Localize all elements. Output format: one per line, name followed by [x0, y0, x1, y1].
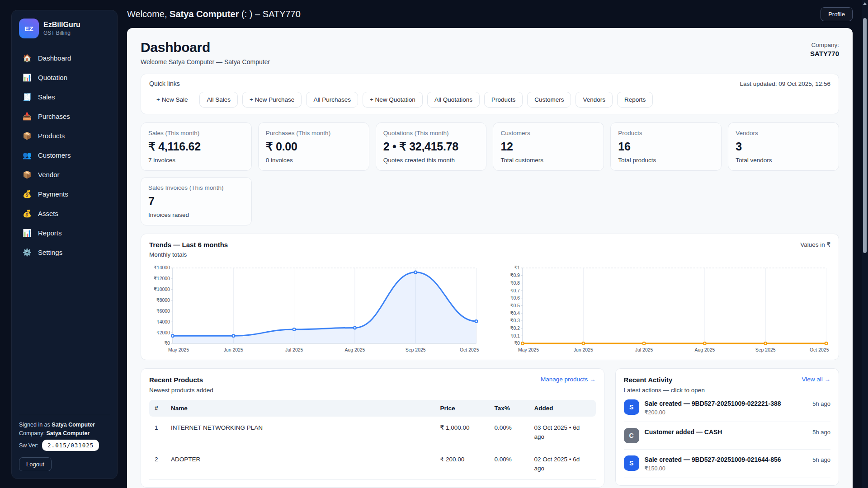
stat-sub: Quotes created this month: [383, 157, 479, 164]
activity-item[interactable]: CCustomer added — CASH5h ago: [624, 422, 830, 450]
svg-text:₹0.5: ₹0.5: [510, 303, 519, 308]
svg-text:₹0.3: ₹0.3: [510, 318, 519, 323]
stat-value: ₹ 4,116.62: [148, 140, 244, 153]
table-row[interactable]: 2ADOPTER₹ 200.000.00%02 Oct 2025 • 6d ag…: [149, 448, 596, 480]
quick-link-all-quotations[interactable]: All Quotations: [427, 92, 480, 108]
signed-in-as: Signed in as Satya Computer: [19, 422, 110, 428]
column-header-name: Name: [165, 400, 435, 417]
version-value: 2.015/031025: [42, 440, 99, 451]
sidebar-item-assets[interactable]: 💰Assets: [19, 206, 110, 221]
stat-value: 3: [736, 140, 831, 153]
quick-link-vendors[interactable]: Vendors: [576, 92, 613, 108]
activity-time: 5h ago: [812, 455, 830, 463]
activity-avatar: S: [624, 455, 639, 471]
table-row[interactable]: 1INTERNET NETWORKING PLAN₹ 1,000.000.00%…: [149, 417, 596, 448]
activity-item[interactable]: SSale created — 9BD527-20251009-021644-8…: [624, 450, 830, 478]
footer-company-label: Company:: [19, 430, 45, 436]
svg-text:₹0: ₹0: [164, 341, 170, 346]
svg-text:Sep 2025: Sep 2025: [406, 347, 426, 352]
page-subtitle: Welcome Satya Computer — Satya Computer: [141, 58, 270, 66]
stat-card-quotations-this-month-: Quotations (This month)2 • ₹ 32,415.78Qu…: [376, 122, 487, 171]
sidebar-item-vendor[interactable]: 📦Vendor: [19, 167, 110, 183]
stats-grid: Sales (This month)₹ 4,116.627 invoicesPu…: [141, 122, 839, 225]
stat-value: 7: [148, 195, 244, 208]
sidebar-item-reports[interactable]: 📊Reports: [19, 225, 110, 241]
receipt-icon: 🧾: [23, 94, 32, 101]
sidebar-item-sales[interactable]: 🧾Sales: [19, 89, 110, 105]
activity-item[interactable]: SSale created — 9BD527-20251009-022221-3…: [624, 394, 830, 422]
column-header-tax-: Tax%: [489, 400, 529, 417]
svg-text:Jul 2025: Jul 2025: [285, 347, 303, 352]
trends-card: Trends — Last 6 months Monthly totals Va…: [141, 234, 839, 360]
quick-link-reports[interactable]: Reports: [617, 92, 653, 108]
recent-activity-title: Recent Activity: [624, 376, 705, 384]
scrollbar-up-arrow-icon[interactable]: [863, 2, 867, 5]
activity-avatar: S: [624, 399, 639, 415]
sidebar-item-dashboard[interactable]: 🏠Dashboard: [19, 50, 110, 66]
sidebar-item-label: Settings: [38, 249, 62, 256]
table-cell: ₹ 1,000.00: [435, 417, 489, 448]
view-all-link[interactable]: View all →: [802, 376, 830, 383]
table-cell: 0.00%: [489, 417, 529, 448]
svg-text:Jun 2025: Jun 2025: [573, 347, 593, 352]
scrollbar-thumb[interactable]: [863, 18, 867, 253]
svg-text:₹1: ₹1: [514, 265, 520, 270]
table-cell: 02 Oct 2025 • 6d ago: [529, 448, 596, 480]
svg-text:₹0.9: ₹0.9: [510, 273, 519, 278]
stat-sub: Total products: [618, 157, 714, 164]
quick-links-label: Quick links: [149, 80, 180, 87]
activity-amount: ₹150.00: [645, 465, 807, 472]
recent-activity-subtitle: Latest actions — click to open: [624, 387, 705, 394]
quick-link-products[interactable]: Products: [484, 92, 523, 108]
stat-card-products: Products16Total products: [610, 122, 722, 171]
quick-link-all-sales[interactable]: All Sales: [199, 92, 238, 108]
sidebar-footer: Signed in as Satya Computer Company: Sat…: [19, 415, 110, 471]
sidebar-item-payments[interactable]: 💰Payments: [19, 186, 110, 202]
table-cell: 03 Oct 2025 • 6d ago: [529, 417, 596, 448]
bottom-row: Recent Products Newest products added Ma…: [141, 368, 839, 488]
sidebar-item-label: Sales: [38, 93, 55, 101]
svg-text:₹8000: ₹8000: [156, 298, 170, 303]
quick-link--new-quotation[interactable]: + New Quotation: [363, 92, 423, 108]
activity-title: Sale created — 9BD527-20251009-021644-85…: [645, 455, 807, 464]
sidebar-item-products[interactable]: 📦Products: [19, 128, 110, 144]
recent-products-card: Recent Products Newest products added Ma…: [141, 368, 604, 488]
recent-products-subtitle: Newest products added: [149, 387, 213, 394]
software-version: Sw Ver: 2.015/031025: [19, 440, 110, 451]
svg-text:₹0.2: ₹0.2: [510, 326, 519, 331]
bar-chart-icon: 📊: [23, 74, 32, 81]
column-header-price: Price: [435, 400, 489, 417]
home-icon: 🏠: [23, 55, 32, 62]
svg-text:₹4000: ₹4000: [156, 319, 170, 324]
profile-button[interactable]: Profile: [821, 7, 853, 21]
stat-value: 2 • ₹ 32,415.78: [383, 140, 479, 153]
main-area: Welcome, Satya Computer (: ) – SATY770 P…: [118, 0, 862, 488]
stat-card-customers: Customers12Total customers: [493, 122, 604, 171]
svg-text:Oct 2025: Oct 2025: [460, 347, 479, 352]
manage-products-link[interactable]: Manage products →: [541, 376, 596, 383]
stat-label: Purchases (This month): [266, 130, 362, 136]
app-tagline: GST Billing: [43, 30, 80, 36]
logout-button[interactable]: Logout: [19, 457, 52, 471]
vertical-scrollbar[interactable]: [862, 0, 868, 488]
stat-card-sales-invoices-this-month-: Sales Invoices (This month)7Invoices rai…: [141, 177, 252, 225]
values-in-label: Values in ₹: [800, 241, 830, 248]
sidebar-nav: 🏠Dashboard📊Quotation🧾Sales📥Purchases📦Pro…: [19, 50, 110, 415]
table-cell: 1: [149, 417, 165, 448]
quick-link-customers[interactable]: Customers: [527, 92, 571, 108]
sidebar-item-quotation[interactable]: 📊Quotation: [19, 70, 110, 85]
svg-text:Jul 2025: Jul 2025: [635, 347, 653, 352]
quick-link--new-sale[interactable]: + New Sale: [149, 92, 195, 108]
sidebar-item-customers[interactable]: 👥Customers: [19, 147, 110, 163]
signed-in-prefix: Signed in as: [19, 422, 50, 428]
sidebar-item-settings[interactable]: ⚙️Settings: [19, 244, 110, 260]
sidebar-item-label: Quotation: [38, 74, 67, 81]
table-cell: ₹ 200.00: [435, 448, 489, 480]
quick-link--new-purchase[interactable]: + New Purchase: [242, 92, 302, 108]
column-header-added: Added: [529, 400, 596, 417]
trends-title: Trends — Last 6 months: [149, 241, 228, 249]
quick-link-all-purchases[interactable]: All Purchases: [306, 92, 358, 108]
svg-text:₹0: ₹0: [514, 341, 520, 346]
gear-icon: ⚙️: [23, 249, 32, 256]
sidebar-item-purchases[interactable]: 📥Purchases: [19, 108, 110, 124]
